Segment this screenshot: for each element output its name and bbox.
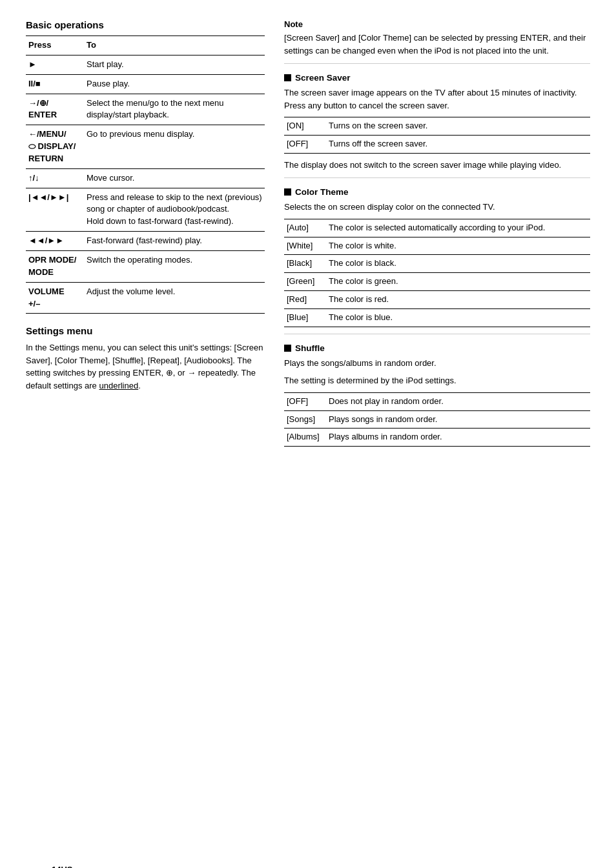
page-number: 14US <box>52 865 73 868</box>
press-cell: →/⊕/ ENTER <box>26 94 84 125</box>
to-cell: Select the menu/go to the next menu disp… <box>84 94 265 125</box>
table-row: →/⊕/ ENTERSelect the menu/go to the next… <box>26 94 265 125</box>
to-cell: Go to previous menu display. <box>84 125 265 169</box>
basic-ops-title: Basic operations <box>26 19 265 30</box>
page-layout: Basic operations Press To ►Start play.II… <box>26 19 590 452</box>
press-cell: VOLUME +/– <box>26 282 84 314</box>
square-icon-screen-saver <box>284 74 291 81</box>
screen-saver-note: The display does not switch to the scree… <box>284 159 590 172</box>
list-item: [Blue]The color is blue. <box>284 308 590 327</box>
list-item: [OFF]Turns off the screen saver. <box>284 135 590 153</box>
shuffle-heading: Shuffle <box>284 343 590 353</box>
table-row: ↑/↓Move cursor. <box>26 168 265 188</box>
note-label: Note <box>284 19 590 29</box>
list-item: [Songs]Plays songs in random order. <box>284 410 590 429</box>
press-cell: ◄◄/►► <box>26 232 84 251</box>
list-item: [White]The color is white. <box>284 237 590 255</box>
to-cell: Start play. <box>84 55 265 74</box>
table-row: OPR MODE/ MODESwitch the operating modes… <box>26 250 265 282</box>
table-row: VOLUME +/–Adjust the volume level. <box>26 282 265 314</box>
press-cell: |◄◄/►►| <box>26 188 84 232</box>
list-item: [Black]The color is black. <box>284 255 590 273</box>
page-wrapper: Basic operations Press To ►Start play.II… <box>26 19 590 868</box>
square-icon-shuffle <box>284 345 291 352</box>
shuffle-body1: Plays the songs/albums in random order. <box>284 357 590 370</box>
list-item: [Green]The color is green. <box>284 273 590 291</box>
settings-title: Settings menu <box>26 325 265 336</box>
operations-table: Press To ►Start play.II/■Pause play.→/⊕/… <box>26 35 265 314</box>
press-cell: II/■ <box>26 74 84 94</box>
press-cell: ► <box>26 55 84 74</box>
to-cell: Press and release to skip to the next (p… <box>84 188 265 232</box>
list-item: [Auto]The color is selected automaticall… <box>284 219 590 237</box>
right-column: Note [Screen Saver] and [Color Theme] ca… <box>284 19 590 452</box>
press-cell: ↑/↓ <box>26 168 84 188</box>
shuffle-table: [OFF]Does not play in random order.[Song… <box>284 392 590 447</box>
to-cell: Fast-forward (fast-rewind) play. <box>84 232 265 251</box>
to-cell: Move cursor. <box>84 168 265 188</box>
color-theme-heading: Color Theme <box>284 187 590 197</box>
list-item: [Red]The color is red. <box>284 291 590 309</box>
left-column: Basic operations Press To ►Start play.II… <box>26 19 265 452</box>
color-theme-body: Selects the on screen display color on t… <box>284 201 590 214</box>
divider-3 <box>284 334 590 334</box>
table-row: |◄◄/►►|Press and release to skip to the … <box>26 188 265 232</box>
screen-saver-table: [ON]Turns on the screen saver.[OFF]Turns… <box>284 117 590 154</box>
table-row: ◄◄/►►Fast-forward (fast-rewind) play. <box>26 232 265 251</box>
settings-section: Settings menu In the Settings menu, you … <box>26 325 265 392</box>
square-icon-color-theme <box>284 188 291 196</box>
settings-body: In the Settings menu, you can select thi… <box>26 341 265 392</box>
press-cell: ←/MENU/ ⬭ DISPLAY/ RETURN <box>26 125 84 169</box>
to-cell: Adjust the volume level. <box>84 282 265 314</box>
press-cell: OPR MODE/ MODE <box>26 250 84 282</box>
list-item: [Albums]Plays albums in random order. <box>284 429 590 447</box>
table-row: ►Start play. <box>26 55 265 74</box>
table-row: II/■Pause play. <box>26 74 265 94</box>
screen-saver-heading: Screen Saver <box>284 73 590 83</box>
divider-2 <box>284 177 590 178</box>
list-item: [OFF]Does not play in random order. <box>284 392 590 410</box>
to-cell: Pause play. <box>84 74 265 94</box>
list-item: [ON]Turns on the screen saver. <box>284 117 590 136</box>
note-text: [Screen Saver] and [Color Theme] can be … <box>284 32 590 57</box>
to-cell: Switch the operating modes. <box>84 250 265 282</box>
shuffle-body2: The setting is determined by the iPod se… <box>284 374 590 387</box>
table-row: ←/MENU/ ⬭ DISPLAY/ RETURNGo to previous … <box>26 125 265 169</box>
table-header-to: To <box>84 36 265 56</box>
divider-1 <box>284 63 590 64</box>
color-theme-table: [Auto]The color is selected automaticall… <box>284 219 590 327</box>
screen-saver-body: The screen saver image appears on the TV… <box>284 86 590 112</box>
table-header-press: Press <box>26 36 84 56</box>
note-section: Note [Screen Saver] and [Color Theme] ca… <box>284 19 590 57</box>
